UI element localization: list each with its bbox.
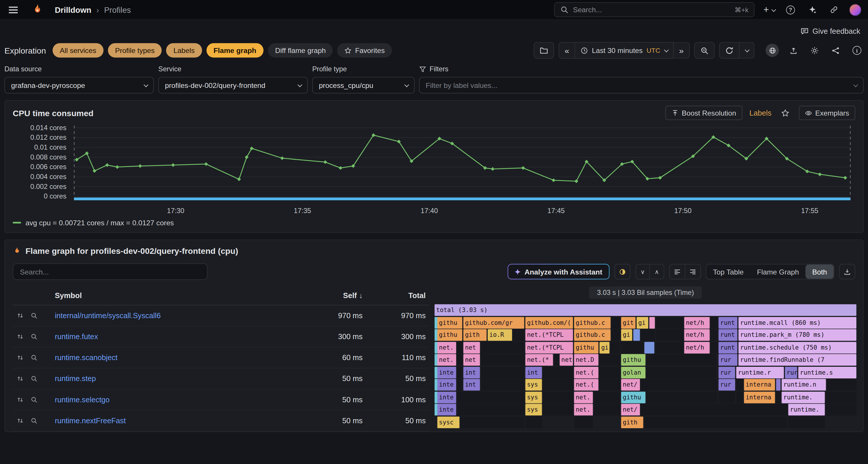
flame-frame-net[interactable]: net <box>463 342 480 353</box>
flame-frame-int[interactable]: int <box>463 379 480 391</box>
breadcrumb-app[interactable]: Drilldown <box>55 5 91 14</box>
explore-pill-favorites[interactable]: Favorites <box>337 43 392 57</box>
symbol-link[interactable]: internal/runtime/syscall.Syscall6 <box>55 311 302 320</box>
column-header-total[interactable]: Total <box>363 292 429 300</box>
help-button[interactable]: ? <box>784 3 797 16</box>
explore-pill-labels[interactable]: Labels <box>166 43 202 57</box>
flame-frame-githu[interactable]: githu <box>437 317 462 328</box>
flame-frame-total-3.03-s-[interactable]: total (3.03 s) <box>435 304 856 316</box>
flame-frame-net-h[interactable]: net/h <box>684 342 710 353</box>
flame-frame-net.-tcpl[interactable]: net.(*TCPL <box>525 342 573 353</box>
labels-link-button[interactable]: Labels <box>749 108 772 117</box>
symbol-link[interactable]: runtime.scanobject <box>55 353 302 362</box>
legend-series-swatch[interactable] <box>13 222 21 224</box>
symbol-link[interactable]: runtime.selectgo <box>55 396 302 404</box>
column-header-symbol[interactable]: Symbol <box>55 292 302 300</box>
time-range-picker[interactable]: Last 30 minutes UTC <box>575 42 674 59</box>
flame-frame-net-h[interactable]: net/h <box>684 317 710 328</box>
view-mode-flame-graph[interactable]: Flame Graph <box>750 264 806 278</box>
user-avatar[interactable] <box>849 3 861 16</box>
flame-frame-gi[interactable]: gi <box>621 329 632 341</box>
refresh-button[interactable] <box>719 42 740 59</box>
settings-button[interactable] <box>808 44 821 57</box>
flame-frame-rur[interactable]: rur <box>719 354 738 366</box>
info-button[interactable]: i <box>850 44 864 57</box>
flame-frame-gi[interactable]: gi <box>637 317 648 328</box>
symbol-link[interactable]: runtime.step <box>55 375 302 383</box>
row-search-button[interactable] <box>29 394 39 405</box>
flame-frame-runtime.s[interactable]: runtime.s <box>798 366 857 378</box>
flame-frame-io.r[interactable]: io.R <box>488 329 512 341</box>
boost-resolution-button[interactable]: Boost Resolution <box>665 106 742 120</box>
flame-frame-int[interactable]: int <box>463 366 480 378</box>
flame-frame-inte[interactable]: inte <box>437 379 456 391</box>
flame-frame-githu[interactable]: githu <box>621 392 646 403</box>
flame-frame-net[interactable]: net <box>560 354 573 366</box>
flame-frame-net.[interactable]: net. <box>574 392 593 403</box>
export-button[interactable] <box>787 44 800 57</box>
flame-frame-gi[interactable]: gi <box>599 342 609 353</box>
legend-text[interactable]: avg cpu = 0.00721 cores / max = 0.0127 c… <box>25 219 174 227</box>
explore-pill-all-services[interactable]: All services <box>53 43 103 57</box>
flame-frame-github.c[interactable]: github.c <box>574 317 611 328</box>
flame-frame-inte[interactable]: inte <box>437 366 456 378</box>
align-left-button[interactable] <box>669 264 685 279</box>
time-shift-back-button[interactable]: « <box>558 42 575 59</box>
flame-frame-runtime.[interactable]: runtime. <box>782 392 825 403</box>
flame-frame-github.com-gr[interactable]: github.com/gr <box>463 317 524 328</box>
grafana-logo[interactable] <box>31 3 44 16</box>
explore-pill-diff-flame-graph[interactable]: Diff flame graph <box>268 43 333 57</box>
flame-frame-net.[interactable]: net. <box>437 342 456 353</box>
flame-frame-interna[interactable]: interna <box>744 392 775 403</box>
row-search-button[interactable] <box>29 310 39 321</box>
flame-frame-runtime.park-m-780-ms-[interactable]: runtime.park_m (780 ms) <box>738 329 856 341</box>
flame-frame-net[interactable]: net <box>463 354 480 366</box>
flame-frame-githu[interactable]: githu <box>621 354 646 366</box>
flame-frame[interactable] <box>644 342 654 353</box>
service-select[interactable]: profiles-dev-002/query-frontend <box>158 77 308 94</box>
share-link-button[interactable] <box>828 3 840 16</box>
row-search-button[interactable] <box>29 353 39 363</box>
flame-frame-runtime.n[interactable]: runtime.n <box>782 379 826 391</box>
share-button[interactable] <box>829 44 842 57</box>
flame-frame-runtime.r[interactable]: runtime.r <box>736 366 784 378</box>
flame-frame-github.c[interactable]: github.c <box>574 329 611 341</box>
align-right-button[interactable] <box>685 264 701 279</box>
row-sandwich-button[interactable] <box>15 310 25 321</box>
row-search-button[interactable] <box>29 331 39 342</box>
flame-frame-gith[interactable]: gith <box>463 329 487 341</box>
datasource-select[interactable]: grafana-dev-pyroscope <box>4 77 154 94</box>
row-sandwich-button[interactable] <box>15 394 25 405</box>
collapse-all-button[interactable]: ∨ <box>636 264 650 279</box>
cpu-time-chart[interactable]: 0.014 cores0.012 cores0.01 cores0.008 co… <box>12 122 856 218</box>
flame-frame-interna[interactable]: interna <box>744 379 775 391</box>
flame-frame-git[interactable]: git <box>621 317 635 328</box>
flame-frame-inte[interactable]: inte <box>437 392 456 403</box>
view-mode-top-table[interactable]: Top Table <box>706 264 750 278</box>
flame-frame-net.-[interactable]: net.( <box>574 379 598 391</box>
flame-frame-gith[interactable]: gith <box>621 416 643 428</box>
flame-frame-sys[interactable]: sys <box>525 404 542 416</box>
view-mode-both[interactable]: Both <box>806 264 834 278</box>
flame-frame-net.d[interactable]: net.D <box>574 354 598 366</box>
row-search-button[interactable] <box>29 373 39 384</box>
flame-frame[interactable] <box>633 329 640 341</box>
zoom-out-button[interactable] <box>694 42 714 59</box>
explore-pill-flame-graph[interactable]: Flame graph <box>206 43 263 57</box>
analyze-assistant-button[interactable]: ✦ Analyze with Assistant <box>507 264 609 279</box>
flame-frame[interactable] <box>649 317 655 328</box>
flame-frame-github.com-[interactable]: github.com/( <box>525 317 573 328</box>
exemplars-button[interactable]: Exemplars <box>799 106 856 120</box>
open-dashboard-folder-button[interactable] <box>534 42 554 59</box>
flame-frame-githu[interactable]: githu <box>437 329 462 341</box>
symbol-link[interactable]: runtime.futex <box>55 332 302 341</box>
flame-frame-net.-[interactable]: net.( <box>574 366 598 378</box>
refresh-interval-button[interactable] <box>740 42 754 59</box>
flame-frame-net.-tcpl[interactable]: net.(*TCPL <box>525 329 573 341</box>
flame-frame-rur[interactable]: rur <box>719 379 735 391</box>
flame-frame-sys[interactable]: sys <box>525 392 542 403</box>
time-shift-forward-button[interactable]: » <box>674 42 690 59</box>
flame-frame[interactable] <box>776 379 781 391</box>
flame-frame-runt[interactable]: runt <box>719 317 738 328</box>
row-sandwich-button[interactable] <box>15 373 25 384</box>
